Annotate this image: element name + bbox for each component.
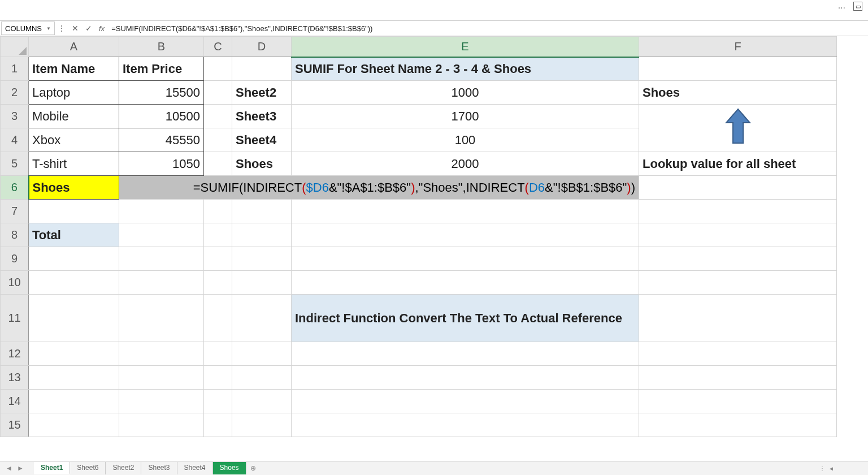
cell-E14[interactable] [292, 390, 639, 413]
cell-E7[interactable] [292, 200, 639, 223]
cell-C8[interactable] [204, 223, 232, 247]
cell-E13[interactable] [292, 366, 639, 390]
cell-C2[interactable] [204, 81, 232, 105]
cell-E1[interactable]: SUMIF For Sheet Name 2 - 3 - 4 & Shoes [292, 57, 639, 81]
cell-C10[interactable] [204, 271, 232, 295]
cell-D14[interactable] [232, 390, 292, 413]
cell-B6-formula-editing[interactable]: =SUMIF(INDIRECT($D6&"!$A$1:$B$6"),"Shoes… [119, 176, 639, 200]
row-header-8[interactable]: 8 [1, 223, 29, 247]
col-header-D[interactable]: D [232, 37, 292, 57]
sheet-tab-shoes[interactable]: Shoes [213, 462, 246, 474]
cell-F13[interactable] [639, 366, 837, 390]
cell-A12[interactable] [29, 342, 119, 366]
cell-B4[interactable]: 45550 [119, 128, 204, 152]
cell-C12[interactable] [204, 342, 232, 366]
cell-D7[interactable] [232, 200, 292, 223]
row-header-11[interactable]: 11 [1, 295, 29, 342]
cell-E9[interactable] [292, 247, 639, 271]
col-header-B[interactable]: B [119, 37, 204, 57]
cell-F3[interactable] [639, 105, 837, 152]
scroll-left-icon[interactable]: ◄ [828, 465, 834, 472]
cell-C3[interactable] [204, 105, 232, 128]
sheet-tab-sheet6[interactable]: Sheet6 [70, 462, 106, 474]
row-header-6[interactable]: 6 [1, 176, 29, 200]
cell-B12[interactable] [119, 342, 204, 366]
cell-B7[interactable] [119, 200, 204, 223]
cell-E8[interactable] [292, 223, 639, 247]
sheet-tab-sheet4[interactable]: Sheet4 [177, 462, 213, 474]
cell-D1[interactable] [232, 57, 292, 81]
cell-C5[interactable] [204, 152, 232, 176]
cell-D9[interactable] [232, 247, 292, 271]
cell-B14[interactable] [119, 390, 204, 413]
cell-F10[interactable] [639, 271, 837, 295]
cell-A7[interactable] [29, 200, 119, 223]
fx-icon[interactable]: fx [99, 24, 105, 33]
sheet-tab-sheet3[interactable]: Sheet3 [141, 462, 177, 474]
col-header-F[interactable]: F [639, 37, 837, 57]
cell-D11[interactable] [232, 295, 292, 342]
cell-F2[interactable]: Shoes [639, 81, 837, 105]
cell-A1[interactable]: Item Name [29, 57, 119, 81]
cell-E3[interactable]: 1700 [292, 105, 639, 128]
select-all-corner[interactable] [1, 37, 29, 57]
cell-E11[interactable]: Indirect Function Convert The Text To Ac… [292, 295, 639, 342]
cancel-formula-button[interactable]: ✕ [68, 21, 82, 35]
row-header-12[interactable]: 12 [1, 342, 29, 366]
cell-A15[interactable] [29, 413, 119, 437]
cell-C4[interactable] [204, 128, 232, 152]
col-header-A[interactable]: A [29, 37, 119, 57]
cell-C1[interactable] [204, 57, 232, 81]
cell-F9[interactable] [639, 247, 837, 271]
cell-F14[interactable] [639, 390, 837, 413]
sheet-prev-icon[interactable]: ◄ [6, 464, 12, 472]
name-box[interactable]: COLUMNS ▼ [1, 21, 55, 35]
cell-A14[interactable] [29, 390, 119, 413]
sheet-nav-arrows[interactable]: ◄ ► [6, 464, 24, 472]
cell-F12[interactable] [639, 342, 837, 366]
cell-E10[interactable] [292, 271, 639, 295]
row-header-15[interactable]: 15 [1, 413, 29, 437]
col-header-C[interactable]: C [204, 37, 232, 57]
row-header-7[interactable]: 7 [1, 200, 29, 223]
sheet-tab-sheet2[interactable]: Sheet2 [106, 462, 141, 474]
ribbon-expand-icon[interactable]: ▭ [853, 2, 862, 11]
cell-A6[interactable]: Shoes [29, 176, 119, 200]
cell-D8[interactable] [232, 223, 292, 247]
cell-C15[interactable] [204, 413, 232, 437]
name-box-dropdown-icon[interactable]: ▼ [46, 26, 51, 31]
cell-D10[interactable] [232, 271, 292, 295]
cell-B9[interactable] [119, 247, 204, 271]
cell-E2[interactable]: 1000 [292, 81, 639, 105]
row-header-9[interactable]: 9 [1, 247, 29, 271]
cell-B15[interactable] [119, 413, 204, 437]
cell-D3[interactable]: Sheet3 [232, 105, 292, 128]
cell-B11[interactable] [119, 295, 204, 342]
cell-B10[interactable] [119, 271, 204, 295]
cell-B8[interactable] [119, 223, 204, 247]
accept-formula-button[interactable]: ✓ [82, 21, 96, 35]
more-options-icon[interactable]: ··· [838, 3, 845, 13]
cell-C7[interactable] [204, 200, 232, 223]
cell-A3[interactable]: Mobile [29, 105, 119, 128]
cell-F1[interactable] [639, 57, 837, 81]
cell-D12[interactable] [232, 342, 292, 366]
formula-input[interactable]: =SUMIF(INDIRECT($D6&"!$A$1:$B$6"),"Shoes… [108, 23, 868, 34]
cell-C13[interactable] [204, 366, 232, 390]
cell-D2[interactable]: Sheet2 [232, 81, 292, 105]
row-header-3[interactable]: 3 [1, 105, 29, 128]
spreadsheet-grid[interactable]: A B C D E F 1 Item Name Item Price SUMIF… [0, 36, 868, 461]
cell-D5[interactable]: Shoes [232, 152, 292, 176]
cell-C11[interactable] [204, 295, 232, 342]
col-header-E[interactable]: E [292, 37, 639, 57]
cell-C9[interactable] [204, 247, 232, 271]
cell-E12[interactable] [292, 342, 639, 366]
cell-A8[interactable]: Total [29, 223, 119, 247]
cell-F15[interactable] [639, 413, 837, 437]
row-header-14[interactable]: 14 [1, 390, 29, 413]
cell-A5[interactable]: T-shirt [29, 152, 119, 176]
sheet-tab-sheet1[interactable]: Sheet1 [34, 462, 70, 474]
cell-F5[interactable]: Lookup value for all sheet [639, 152, 837, 176]
cell-B1[interactable]: Item Price [119, 57, 204, 81]
cell-D4[interactable]: Sheet4 [232, 128, 292, 152]
